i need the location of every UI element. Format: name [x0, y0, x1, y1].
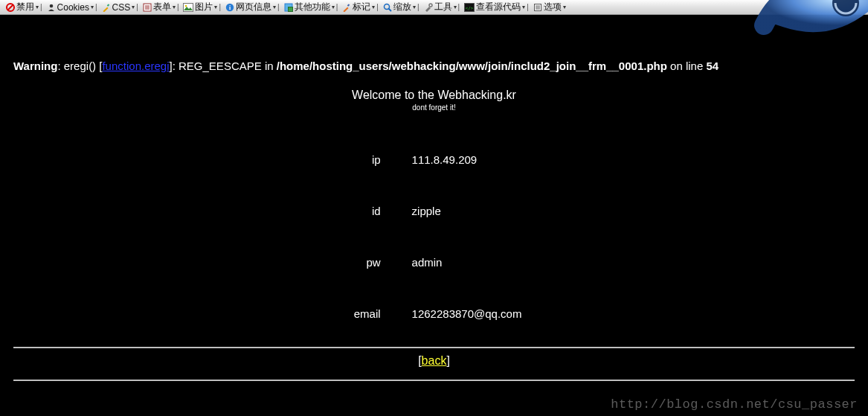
chevron-down-icon: ▾ — [372, 4, 375, 10]
info-label-ip: ip — [338, 134, 390, 185]
chevron-down-icon: ▾ — [214, 4, 217, 10]
toolbar-item-cookies[interactable]: Cookies ▾ — [44, 0, 97, 14]
ban-icon — [6, 3, 15, 12]
toolbar-item-resize[interactable]: 缩放 ▾ — [380, 0, 419, 14]
toolbar-item-forms[interactable]: 表单 ▾ — [140, 0, 179, 14]
toolbar-label: 网页信息 — [236, 1, 271, 13]
toolbar-label: 查看源代码 — [476, 1, 521, 13]
separator: | — [136, 3, 138, 11]
info-value-id: zipple — [390, 185, 531, 237]
toolbar-item-tools[interactable]: 工具 ▾ — [421, 0, 460, 14]
back-link[interactable]: back — [422, 354, 447, 367]
info-label-email: email — [338, 288, 390, 339]
form-icon — [143, 3, 152, 12]
toolbar-item-options[interactable]: 选项 ▾ — [530, 0, 569, 14]
chevron-down-icon: ▾ — [454, 4, 457, 10]
tools-icon — [424, 3, 433, 12]
info-value-pw: admin — [390, 237, 531, 288]
svg-rect-16 — [347, 4, 350, 7]
page-body: Warning: eregi() [function.eregi]: REG_E… — [0, 60, 868, 339]
warning-text-1: : eregi() [ — [57, 60, 102, 72]
toolbar-item-misc[interactable]: 其他功能 ▾ — [281, 0, 338, 14]
dev-toolbar: 禁用 ▾ | Cookies ▾ | CSS ▾ | 表单 ▾ | 图片 ▾ | — [0, 0, 868, 15]
chevron-down-icon: ▾ — [522, 4, 525, 10]
warning-prefix: Warning — [13, 60, 57, 72]
toolbar-item-disable[interactable]: 禁用 ▾ — [3, 0, 42, 14]
folder-icon — [284, 3, 293, 12]
back-row: [back] — [0, 348, 868, 372]
svg-point-2 — [49, 4, 53, 7]
chevron-down-icon: ▾ — [413, 4, 416, 10]
function-link[interactable]: function.eregi — [102, 60, 169, 72]
chevron-down-icon: ▾ — [91, 4, 94, 10]
info-label-pw: pw — [338, 237, 390, 288]
info-value-ip: 111.8.49.209 — [390, 134, 531, 185]
svg-line-1 — [8, 4, 13, 10]
watermark-text: http://blog.csdn.net/csu_passer — [611, 397, 858, 412]
info-value-email: 1262283870@qq.com — [390, 288, 531, 339]
info-table: ip 111.8.49.209 id zipple pw admin email… — [338, 134, 531, 339]
svg-rect-15 — [344, 7, 349, 12]
source-icon: </> — [464, 3, 475, 12]
svg-text:</>: </> — [466, 4, 474, 10]
separator: | — [458, 3, 460, 11]
chevron-down-icon: ▾ — [563, 4, 566, 10]
toolbar-label: 标记 — [353, 1, 370, 13]
options-icon — [533, 3, 542, 12]
toolbar-label: CSS — [112, 2, 131, 13]
chevron-down-icon: ▾ — [173, 4, 176, 10]
horizontal-rule — [13, 380, 855, 381]
svg-point-26 — [832, 0, 859, 16]
separator: | — [527, 3, 529, 11]
table-row: pw admin — [338, 237, 531, 288]
separator: | — [336, 3, 338, 11]
image-icon — [183, 3, 193, 12]
decorative-swirl — [749, 0, 868, 39]
toolbar-label: Cookies — [57, 2, 89, 13]
table-row: email 1262283870@qq.com — [338, 288, 531, 339]
svg-rect-4 — [106, 4, 109, 7]
svg-rect-3 — [103, 7, 108, 12]
chevron-down-icon: ▾ — [273, 4, 276, 10]
toolbar-label: 表单 — [153, 1, 171, 13]
php-warning-line: Warning: eregi() [function.eregi]: REG_E… — [13, 60, 855, 72]
warning-text-2: ]: REG_EESCAPE in — [170, 60, 277, 72]
toolbar-label: 工具 — [434, 1, 452, 13]
svg-point-10 — [185, 4, 187, 7]
toolbar-label: 其他功能 — [295, 1, 330, 13]
table-row: id zipple — [338, 185, 531, 237]
toolbar-item-pageinfo[interactable]: i 网页信息 ▾ — [222, 0, 279, 14]
toolbar-label: 选项 — [544, 1, 562, 13]
table-row: ip 111.8.49.209 — [338, 134, 531, 185]
separator: | — [376, 3, 379, 11]
toolbar-item-images[interactable]: 图片 ▾ — [180, 0, 220, 14]
warning-path: /home/hosting_users/webhacking/www/join/… — [277, 60, 667, 72]
toolbar-item-outline[interactable]: 标记 ▾ — [339, 0, 378, 14]
marker-icon — [342, 3, 351, 12]
chevron-down-icon: ▾ — [132, 4, 135, 10]
svg-rect-14 — [288, 7, 292, 11]
toolbar-label: 图片 — [195, 1, 213, 13]
user-icon — [47, 3, 56, 12]
toolbar-label: 缩放 — [393, 1, 411, 13]
separator: | — [95, 3, 97, 11]
toolbar-label: 禁用 — [16, 1, 34, 13]
separator: | — [417, 3, 419, 11]
bracket-close: ] — [446, 354, 449, 367]
chevron-down-icon: ▾ — [332, 4, 335, 10]
svg-line-18 — [388, 8, 391, 11]
chevron-down-icon: ▾ — [36, 4, 39, 10]
toolbar-item-css[interactable]: CSS ▾ — [99, 0, 138, 14]
separator: | — [40, 3, 42, 11]
warning-online: on line — [667, 60, 707, 72]
svg-point-17 — [384, 4, 389, 9]
svg-point-19 — [429, 4, 432, 7]
separator: | — [277, 3, 280, 11]
zoom-icon — [383, 3, 392, 12]
pencil-icon — [102, 3, 111, 12]
warning-lineno: 54 — [706, 60, 718, 72]
info-icon: i — [225, 3, 234, 12]
toolbar-item-viewsource[interactable]: </> 查看源代码 ▾ — [461, 0, 528, 14]
info-label-id: id — [338, 185, 390, 237]
separator: | — [177, 3, 179, 11]
